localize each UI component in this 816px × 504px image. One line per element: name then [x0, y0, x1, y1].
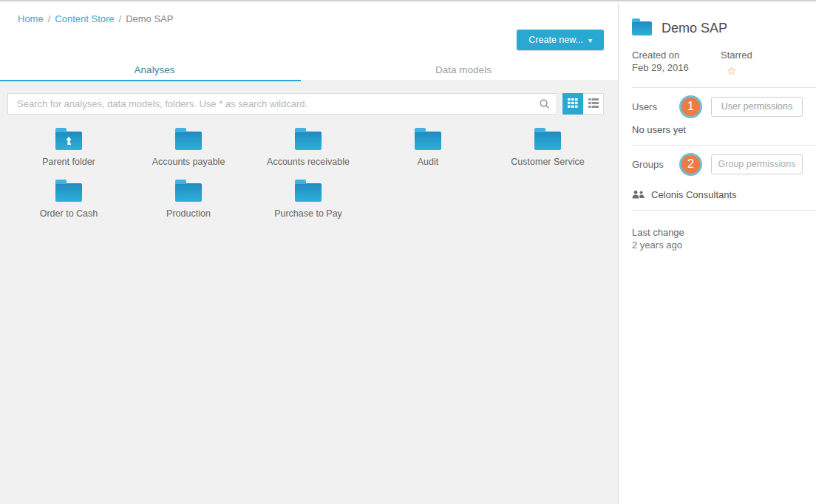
folder-item[interactable]: Order to Cash [9, 174, 129, 226]
group-entry: Celonis Consultants [632, 189, 816, 200]
folder-item[interactable]: Customer Service [488, 123, 608, 174]
folder-icon [415, 132, 441, 150]
folder-name: Order to Cash [40, 208, 98, 219]
folder-name: Purchase to Pay [274, 208, 342, 219]
folder-icon [55, 132, 82, 150]
folder-item[interactable]: Parent folder [9, 123, 129, 174]
groups-row: Groups 2 Group permissions [632, 149, 816, 180]
folder-item[interactable]: Accounts payable [129, 123, 248, 174]
create-new-button[interactable]: Create new...▾ [517, 30, 604, 50]
users-row: Users 1 User permissions [632, 91, 816, 122]
search-input[interactable] [7, 93, 557, 115]
users-label: Users [632, 101, 679, 112]
users-group-icon [632, 190, 645, 200]
folder-name: Parent folder [42, 157, 95, 167]
chevron-down-icon: ▾ [588, 36, 592, 44]
star-icon[interactable]: ☆ [727, 64, 736, 77]
tab-data-models[interactable]: Data models [309, 60, 618, 81]
folder-icon [295, 183, 322, 202]
tab-analyses[interactable]: Analyses [0, 60, 309, 81]
groups-label: Groups [632, 159, 679, 170]
created-on: Created on Feb 29, 2016 [632, 49, 721, 78]
folder-item[interactable]: Audit [368, 123, 488, 174]
page-title: Demo SAP [662, 21, 727, 36]
annotation-badge-1: 1 [679, 95, 702, 118]
divider [632, 87, 816, 88]
main-header: Home/Content Store/Demo SAP Create new..… [0, 3, 618, 60]
search-box [7, 93, 557, 115]
breadcrumb-home[interactable]: Home [18, 13, 44, 24]
list-icon [588, 98, 599, 110]
created-on-label: Created on [632, 49, 721, 61]
folder-grid: Parent folder Accounts payable Accounts … [9, 123, 609, 226]
group-name: Celonis Consultants [651, 189, 737, 200]
page: Home/Content Store/Demo SAP Create new..… [0, 0, 816, 504]
search-icon [539, 98, 550, 112]
folder-icon [295, 132, 322, 150]
folder-icon [55, 183, 82, 202]
grid-icon [568, 98, 578, 110]
breadcrumb-current: Demo SAP [126, 13, 173, 24]
folder-item[interactable]: Purchase to Pay [248, 174, 368, 226]
view-toggle [562, 93, 604, 115]
folder-icon [632, 21, 652, 35]
last-change-value: 2 years ago [632, 239, 816, 251]
annotation-badge-2: 2 [679, 153, 702, 176]
breadcrumb: Home/Content Store/Demo SAP [18, 13, 173, 24]
breadcrumb-separator: / [119, 13, 122, 24]
folder-name: Accounts payable [152, 157, 225, 167]
search-row [7, 93, 604, 115]
last-change: Last change 2 years ago [632, 226, 816, 251]
grid-view-button[interactable] [562, 93, 583, 115]
last-change-label: Last change [632, 226, 816, 239]
folder-name: Audit [418, 157, 439, 167]
group-permissions-button[interactable]: Group permissions [711, 154, 803, 174]
breadcrumb-content-store[interactable]: Content Store [55, 13, 114, 24]
folder-item[interactable]: Production [129, 174, 248, 226]
folder-icon [175, 132, 202, 150]
folder-item[interactable]: Accounts receivable [248, 123, 368, 174]
folder-name: Customer Service [511, 157, 584, 167]
create-new-label: Create new... [528, 35, 583, 45]
details-sidebar: Demo SAP Created on Feb 29, 2016 Starred… [619, 3, 816, 504]
folder-icon [534, 132, 561, 150]
sidebar-title-row: Demo SAP [632, 21, 816, 36]
tab-bar: Analyses Data models [0, 60, 618, 81]
folder-name: Production [166, 208, 211, 219]
divider [632, 145, 816, 146]
starred-label: Starred [721, 49, 752, 61]
folder-name: Accounts receivable [267, 157, 350, 167]
created-on-value: Feb 29, 2016 [632, 61, 721, 74]
starred: Starred ☆ [721, 49, 752, 78]
main-panel: Home/Content Store/Demo SAP Create new..… [0, 3, 619, 504]
created-starred-row: Created on Feb 29, 2016 Starred ☆ [632, 49, 816, 78]
divider [632, 210, 816, 211]
content-area: Parent folder Accounts payable Accounts … [0, 81, 618, 504]
arrow-up-icon [65, 136, 72, 146]
no-users-text: No users yet [632, 124, 816, 135]
breadcrumb-separator: / [48, 13, 51, 24]
folder-icon [175, 183, 202, 202]
user-permissions-button[interactable]: User permissions [711, 97, 803, 117]
list-view-button[interactable] [583, 93, 604, 115]
